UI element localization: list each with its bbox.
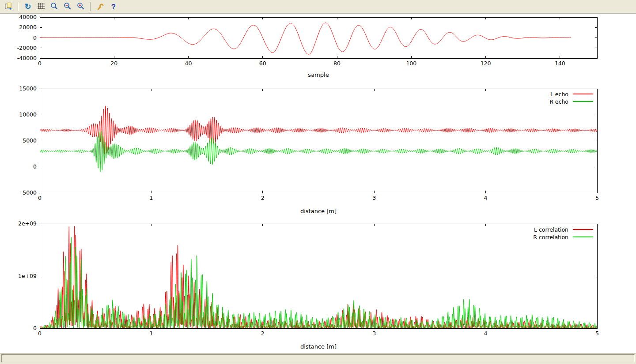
replot-button[interactable]: ↻ — [22, 1, 34, 12]
legend-item: R correlation — [533, 234, 593, 240]
series-l-correlation — [40, 226, 597, 328]
y-tick-label: 5000 — [23, 137, 37, 144]
x-axis-label-distance-correlation: distance [m] — [40, 343, 597, 350]
x-tick-label: 0 — [38, 330, 42, 337]
x-tick-label: 2 — [261, 330, 265, 337]
y-tick-label: -20000 — [17, 45, 37, 51]
zoom-out-button[interactable] — [61, 1, 74, 12]
x-tick-label: 120 — [481, 60, 491, 67]
y-tick-label: 15000 — [19, 85, 37, 92]
legend-correlation: L correlation R correlation — [533, 227, 593, 240]
x-tick-label: 60 — [259, 60, 266, 67]
legend-item: R echo — [549, 99, 593, 104]
x-tick-label: 140 — [555, 60, 565, 67]
series-r-echo — [40, 131, 597, 172]
legend-line-sample — [573, 236, 593, 237]
zoom-out-icon — [64, 2, 72, 11]
x-tick-label: 3 — [372, 195, 376, 201]
y-tick-label: 0 — [33, 34, 37, 41]
y-tick-label: -5000 — [21, 189, 37, 196]
y-tick-label: 20000 — [19, 24, 37, 30]
legend-label: R echo — [549, 98, 568, 105]
legend-item: L correlation — [533, 227, 593, 232]
help-button[interactable]: ? — [107, 1, 120, 12]
x-tick-label: 3 — [372, 330, 376, 337]
refresh-icon: ↻ — [24, 3, 31, 11]
export-button[interactable] — [2, 1, 15, 12]
y-tick-label: 40000 — [19, 14, 37, 20]
x-tick-label: 80 — [333, 60, 341, 67]
x-tick-label: 1 — [149, 195, 153, 201]
x-tick-label: 100 — [406, 60, 416, 67]
x-tick-label: 5 — [595, 195, 599, 201]
toolbar-separator — [90, 2, 91, 11]
legend-label: R correlation — [533, 234, 568, 240]
y-tick-label: 0 — [33, 163, 37, 170]
legend-line-sample — [573, 94, 593, 94]
status-bar — [0, 353, 636, 364]
plot-border — [40, 224, 597, 328]
y-tick-label: 10000 — [19, 111, 37, 118]
series-chirp-signal — [40, 23, 571, 54]
grid-icon — [37, 2, 45, 11]
series-r-correlation — [40, 237, 597, 328]
legend-item: L echo — [549, 91, 593, 97]
copy-icon — [4, 2, 12, 11]
x-tick-label: 2 — [261, 195, 265, 201]
x-axis-label-sample: sample — [40, 71, 597, 78]
legend-label: L correlation — [534, 226, 568, 233]
zoom-in-icon — [77, 2, 85, 11]
wrench-icon — [96, 2, 104, 11]
x-tick-label: 5 — [595, 330, 599, 337]
gnuplot-window: ↻ — [0, 0, 636, 364]
x-tick-label: 0 — [38, 60, 42, 67]
y-tick-label: 0 — [33, 325, 37, 331]
legend-line-sample — [573, 229, 593, 230]
x-tick-label: 0 — [38, 195, 42, 201]
plot-canvas[interactable]: 02040608010012014040000200000-20000-4000… — [0, 14, 636, 353]
legend-label: L echo — [550, 91, 568, 98]
x-axis-label-distance-echo: distance [m] — [40, 208, 597, 214]
status-text — [1, 354, 635, 362]
x-tick-label: 4 — [484, 330, 488, 337]
plot-border — [40, 89, 597, 193]
help-icon: ? — [111, 3, 116, 11]
toggle-grid-button[interactable] — [35, 1, 47, 12]
toolbar-separator — [18, 2, 19, 11]
x-tick-label: 4 — [484, 195, 488, 201]
zoom-in-button[interactable] — [75, 1, 87, 12]
x-tick-label: 40 — [185, 60, 192, 67]
zoom-icon — [50, 2, 58, 11]
legend-line-sample — [573, 101, 593, 102]
series-l-echo — [40, 106, 597, 154]
y-tick-label: -40000 — [17, 55, 37, 61]
x-tick-label: 20 — [110, 60, 117, 67]
zoom-button[interactable] — [48, 1, 61, 12]
config-button[interactable] — [94, 1, 106, 12]
toolbar: ↻ — [0, 0, 636, 14]
y-tick-label: 2e+09 — [18, 220, 37, 227]
x-tick-label: 1 — [149, 330, 153, 337]
legend-echo: L echo R echo — [549, 91, 593, 104]
y-tick-label: 1e+09 — [18, 273, 37, 279]
plot-echo[interactable]: 012345150001000050000-5000 — [0, 83, 636, 218]
